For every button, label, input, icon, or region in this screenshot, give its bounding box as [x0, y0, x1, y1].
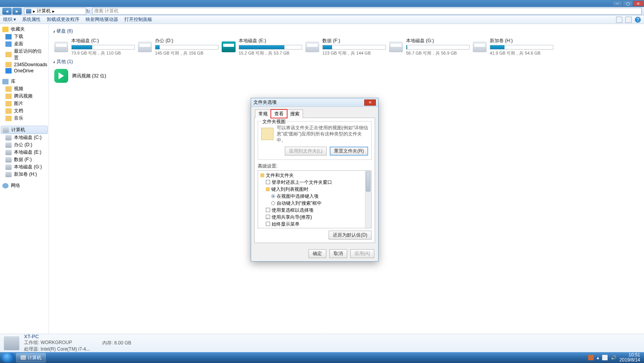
drive-free-text: 41.9 GB 可用，共 54.6 GB — [490, 50, 553, 56]
explorer-icon — [21, 355, 26, 360]
toolbar-uninstall-programs[interactable]: 卸载或更改程序 — [47, 16, 79, 23]
drive-name: 本地磁盘 (C:) — [71, 38, 135, 44]
tree-row[interactable]: 自动键入到“搜索”框中 — [260, 200, 370, 207]
checkbox[interactable] — [266, 222, 270, 226]
breadcrumb-arrow[interactable]: ▸ — [52, 9, 55, 14]
explorer-toolbar: 组织 ▾ 系统属性 卸载或更改程序 映射网络驱动器 打开控制面板 ? — [0, 15, 644, 24]
checkbox[interactable] — [266, 180, 270, 184]
sidebar-item-disk-e[interactable]: 本地磁盘 (E:) — [0, 149, 48, 156]
sidebar-favorites-header[interactable]: 收藏夹 — [0, 26, 48, 33]
breadcrumb-computer[interactable]: 计算机 — [37, 8, 51, 14]
sidebar-item-pictures[interactable]: 图片 — [0, 100, 48, 107]
scrollbar-thumb[interactable] — [366, 171, 370, 192]
drive-name: 本地磁盘 (E:) — [239, 38, 302, 44]
folder-icon — [5, 34, 12, 39]
preview-pane-icon[interactable] — [625, 17, 632, 23]
toolbar-control-panel[interactable]: 打开控制面板 — [124, 16, 152, 23]
minimize-button[interactable]: ─ — [612, 1, 622, 6]
apply-button[interactable]: 应用(A) — [350, 249, 374, 258]
drive-name: 数据 (F:) — [322, 38, 386, 44]
toolbar-organize[interactable]: 组织 ▾ — [3, 16, 16, 23]
toolbar-system-properties[interactable]: 系统属性 — [22, 16, 41, 23]
maximize-button[interactable]: ▢ — [623, 1, 633, 6]
sidebar-item-tencent-video[interactable]: 腾讯视频 — [0, 92, 48, 100]
toolbar-map-drive[interactable]: 映射网络驱动器 — [86, 16, 118, 23]
ok-button[interactable]: 确定 — [308, 249, 326, 258]
drive-item[interactable]: 数据 (F:)123 GB 可用，共 144 GB — [304, 37, 387, 57]
disk-icon — [5, 172, 12, 177]
sidebar-libraries-header[interactable]: 库 — [0, 78, 48, 85]
tree-row[interactable]: 登录时还原上一个文件夹窗口 — [260, 179, 370, 186]
close-button[interactable]: ✕ — [633, 1, 643, 6]
tray-flag-icon[interactable] — [602, 355, 608, 360]
breadcrumb-arrow[interactable]: ▸ — [33, 9, 35, 14]
view-mode-icon[interactable] — [616, 17, 622, 23]
sidebar-item-disk-c[interactable]: 本地磁盘 (C:) — [0, 134, 48, 141]
sidebar-item-videos[interactable]: 视频 — [0, 85, 48, 92]
sidebar-item-2345downloads[interactable]: 2345Downloads — [0, 62, 48, 68]
apply-to-folders-button[interactable]: 应用到文件夹(L) — [285, 147, 327, 156]
drive-item[interactable]: 办公 (D:)145 GB 可用，共 156 GB — [136, 37, 220, 57]
sidebar-computer-header[interactable]: 计算机 — [1, 126, 48, 134]
drive-item[interactable]: 本地磁盘 (C:)73.9 GB 可用，共 110 GB — [53, 37, 136, 57]
picture-icon — [5, 101, 12, 106]
sidebar-item-desktop[interactable]: 桌面 — [0, 40, 48, 48]
tab-general[interactable]: 常规 — [255, 110, 271, 118]
folder-icon — [260, 173, 264, 177]
drive-name: 新加卷 (H:) — [490, 38, 553, 44]
start-button[interactable] — [2, 353, 15, 363]
drive-item[interactable]: 新加卷 (H:)41.9 GB 可用，共 54.6 GB — [471, 37, 555, 57]
tray-clock[interactable]: 10:512019/8/14 — [620, 353, 640, 363]
drive-usage-bar — [239, 45, 302, 50]
tray-ime-icon[interactable] — [588, 355, 594, 360]
tree-row[interactable]: 始终显示图标，从不显示缩略图 — [260, 228, 370, 228]
tab-search[interactable]: 搜索 — [287, 110, 303, 118]
group-header-hdd[interactable]: 硬盘 (6) — [53, 28, 640, 34]
tab-view[interactable]: 查看 — [271, 110, 287, 118]
dialog-titlebar[interactable]: 文件夹选项 ✕ — [251, 98, 378, 107]
nav-back-button[interactable]: ◄ — [2, 8, 12, 15]
tree-row[interactable]: 在视图中选择键入项 — [260, 193, 370, 200]
tray-arrow-icon[interactable]: ▴ — [597, 355, 599, 360]
checkbox[interactable] — [266, 215, 270, 219]
sidebar-item-documents[interactable]: 文档 — [0, 107, 48, 115]
sidebar-item-recent[interactable]: 最近访问的位置 — [0, 48, 48, 62]
reset-folders-button[interactable]: 重置文件夹(R) — [330, 147, 368, 156]
sidebar-item-disk-d[interactable]: 办公 (D:) — [0, 141, 48, 149]
sidebar-item-music[interactable]: 音乐 — [0, 115, 48, 122]
scrollbar[interactable] — [365, 171, 371, 228]
dialog-close-button[interactable]: ✕ — [364, 99, 376, 106]
onedrive-icon — [5, 68, 12, 74]
checkbox[interactable] — [266, 208, 270, 212]
tree-row[interactable]: 始终显示菜单 — [260, 221, 370, 228]
folder-view-text: 可以将该文件夹正在使用的视图(例如“详细信息”或“图标”)应用到所有这种类型的文… — [277, 125, 368, 144]
advanced-settings-list[interactable]: 文件和文件夹登录时还原上一个文件夹窗口键入到列表视图时在视图中选择键入项自动键入… — [258, 170, 372, 228]
sidebar-item-downloads[interactable]: 下载 — [0, 33, 48, 40]
tree-row[interactable]: 使用复选框以选择项 — [260, 207, 370, 214]
drive-item[interactable]: 本地磁盘 (G:)56.7 GB 可用，共 56.9 GB — [387, 37, 471, 57]
disk-icon — [5, 150, 12, 155]
nav-forward-button[interactable]: ► — [12, 8, 22, 15]
sidebar-item-disk-h[interactable]: 新加卷 (H:) — [0, 171, 48, 178]
tray-volume-icon[interactable]: 🔊 — [611, 355, 616, 360]
sidebar-item-onedrive[interactable]: OneDrive — [0, 68, 48, 74]
address-box[interactable]: ▸ 计算机 ▸ — [24, 8, 86, 15]
folder-icon — [5, 62, 12, 67]
sidebar-item-disk-g[interactable]: 本地磁盘 (G:) — [0, 163, 48, 171]
radio[interactable] — [271, 201, 275, 205]
other-item-tencent-video[interactable]: 腾讯视频 (32 位) — [53, 67, 640, 84]
restore-defaults-button[interactable]: 还原为默认值(D) — [329, 231, 372, 240]
help-icon[interactable]: ? — [635, 17, 641, 23]
tree-row[interactable]: 使用共享向导(推荐) — [260, 214, 370, 221]
computer-icon — [3, 127, 9, 133]
taskbar-app-explorer[interactable]: 计算机 — [16, 353, 46, 362]
radio[interactable] — [271, 194, 275, 198]
sidebar-item-disk-f[interactable]: 数据 (F:) — [0, 156, 48, 163]
search-input[interactable]: 搜索 计算机 — [92, 8, 642, 15]
drive-item[interactable]: 本地磁盘 (E:)15.2 GB 可用，共 53.7 GB — [220, 37, 304, 57]
group-header-other[interactable]: 其他 (1) — [53, 58, 640, 65]
sidebar-network-header[interactable]: 网络 — [0, 182, 48, 189]
cancel-button[interactable]: 取消 — [329, 249, 347, 258]
tree-label: 在视图中选择键入项 — [277, 193, 319, 200]
refresh-icon[interactable]: ↻ — [86, 9, 90, 14]
